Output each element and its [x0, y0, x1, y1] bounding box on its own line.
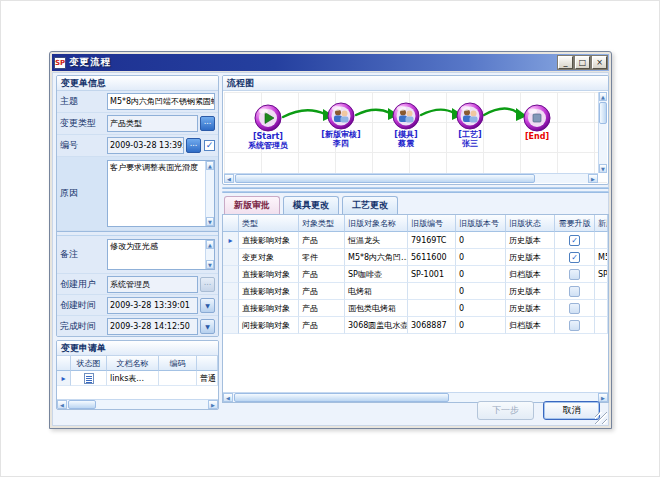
upgrade-checkbox[interactable]: [569, 286, 580, 297]
flow-node-mold[interactable]: [模具] 蔡震: [370, 102, 442, 148]
remark-scrollbar[interactable]: ▲ ▼: [205, 240, 214, 269]
tab-mold-change[interactable]: 模具更改: [283, 196, 339, 214]
scroll-left-icon[interactable]: ◀: [57, 400, 67, 409]
scroll-down-icon[interactable]: ▼: [206, 217, 214, 226]
window-body: 变更单信息 主题 M5*8内六角凹端不锈钢紧固螺钉 变更类型 产品类型 ... …: [52, 72, 609, 426]
obj-type-column-header[interactable]: 对象类型: [299, 215, 345, 232]
remark-textarea[interactable]: 修改为亚光感 ▲ ▼: [107, 239, 215, 270]
tab-new-version-approval[interactable]: 新版审批: [224, 196, 280, 214]
new-name-column-header[interactable]: 新版: [595, 215, 608, 232]
type-cell: 直接影响对象: [239, 300, 299, 317]
reason-scrollbar[interactable]: ▲ ▼: [205, 161, 214, 226]
scroll-right-icon[interactable]: ▶: [598, 393, 608, 402]
old-no-cell: [408, 283, 456, 300]
minimize-icon[interactable]: _: [558, 56, 573, 69]
subject-row: 主题 M5*8内六角凹端不锈钢紧固螺钉: [57, 91, 218, 113]
close-icon[interactable]: ×: [592, 56, 607, 69]
scroll-down-icon[interactable]: ▼: [206, 260, 214, 269]
scroll-down-icon[interactable]: ▼: [599, 164, 607, 173]
table-row[interactable]: 间接影响对象 产品 3068圆盖电水壶 3068887 0 归档版本: [223, 317, 608, 334]
new-name-cell: [595, 232, 608, 249]
remark-label: 备注: [60, 248, 107, 261]
old-no-cell: SP-1001: [408, 266, 456, 283]
flow-v-scrollbar[interactable]: ▲ ▼: [598, 92, 607, 173]
status-column-header[interactable]: 状态图: [71, 356, 107, 371]
scrollbar-thumb[interactable]: [234, 393, 449, 402]
flow-node-end[interactable]: [End]: [501, 104, 573, 141]
change-process-window: SP 变更流程 _ □ × 变更单信息 主题 M5*8内六角凹端不锈钢紧固螺钉 …: [49, 51, 612, 429]
number-checkbox[interactable]: ✓: [204, 140, 215, 151]
scrollbar-thumb[interactable]: [235, 174, 535, 183]
extra-column-header: [197, 356, 218, 371]
old-no-cell: [408, 300, 456, 317]
create-time-row: 创建时间 2009-3-28 13:39:01 ▼: [57, 295, 218, 316]
upgrade-checkbox[interactable]: ✓: [569, 235, 580, 246]
upgrade-column-header[interactable]: 需要升版: [555, 215, 595, 232]
reason-textarea[interactable]: 客户要求调整表面光滑度 ▲ ▼: [107, 160, 215, 227]
table-row[interactable]: 变更对象 零件 M5*8内六角凹... 5611600 0 历史版本 ✓ M5*…: [223, 249, 608, 266]
maximize-icon[interactable]: □: [575, 56, 590, 69]
scroll-up-icon[interactable]: ▲: [599, 92, 607, 101]
table-row[interactable]: ▸ 直接影响对象 产品 恒温龙头 79169TC 0 历史版本 ✓: [223, 232, 608, 249]
change-type-browse-button[interactable]: ...: [200, 116, 215, 131]
scroll-up-icon[interactable]: ▲: [206, 161, 214, 170]
creator-field[interactable]: 系统管理员: [107, 276, 198, 293]
creator-row: 创建用户 系统管理员 ...: [57, 274, 218, 295]
request-h-scrollbar[interactable]: ◀ ▶: [57, 399, 218, 409]
table-row[interactable]: 直接影响对象 产品 SP咖啡壶 SP-1001 0 归档版本 SP咖: [223, 266, 608, 283]
subject-input[interactable]: M5*8内六角凹端不锈钢紧固螺钉: [107, 93, 215, 110]
upgrade-checkbox[interactable]: [569, 303, 580, 314]
status-cell: [71, 371, 107, 386]
scroll-up-icon[interactable]: ▲: [206, 240, 214, 249]
type-cell: 直接影响对象: [239, 232, 299, 249]
cancel-button[interactable]: 取消: [543, 401, 600, 420]
number-browse-button[interactable]: ...: [186, 138, 201, 153]
finish-time-dropdown-icon[interactable]: ▼: [200, 319, 215, 334]
flow-node-start[interactable]: [Start] 系统管理员: [232, 104, 304, 150]
horizontal-splitter[interactable]: [222, 187, 609, 194]
create-time-field[interactable]: 2009-3-28 13:39:01: [107, 297, 198, 314]
scroll-right-icon[interactable]: ▶: [208, 400, 218, 409]
finish-time-field[interactable]: 2009-3-28 14:12:50: [107, 318, 198, 335]
tab-craft-change[interactable]: 工艺更改: [342, 196, 398, 214]
table-row[interactable]: 直接影响对象 产品 电烤箱 0 历史版本: [223, 283, 608, 300]
old-name-cell: 3068圆盖电水壶: [345, 317, 408, 334]
flow-node-review[interactable]: [新版审核] 李四: [305, 102, 377, 148]
resize-grip[interactable]: [595, 412, 607, 424]
node-label-line2: 张三: [434, 139, 506, 148]
old-no-column-header[interactable]: 旧版编号: [408, 215, 456, 232]
old-no-cell: 79169TC: [408, 232, 456, 249]
scrollbar-thumb[interactable]: [599, 102, 607, 124]
flow-node-craft[interactable]: [工艺] 张三: [434, 102, 506, 148]
reason-text: 客户要求调整表面光滑度: [110, 163, 198, 172]
upgrade-checkbox[interactable]: [569, 269, 580, 280]
type-column-header[interactable]: 类型: [239, 215, 299, 232]
title-bar[interactable]: SP 变更流程 _ □ ×: [52, 54, 609, 71]
doc-name-column-header[interactable]: 文档名称: [107, 356, 159, 371]
scroll-left-icon[interactable]: ◀: [223, 393, 233, 402]
old-ver-column-header[interactable]: 旧版版本号: [456, 215, 506, 232]
flow-h-scrollbar[interactable]: ◀ ▶: [224, 173, 598, 183]
row-indicator: [223, 300, 239, 317]
upgrade-checkbox[interactable]: ✓: [569, 252, 580, 263]
old-status-column-header[interactable]: 旧版状态: [506, 215, 555, 232]
obj-type-cell: 产品: [299, 266, 345, 283]
impact-tab-area: 新版审批 模具更改 工艺更改 类型 对象类型 旧版对象名称 旧版编号 旧版版本号…: [222, 196, 609, 403]
node-label-line1: [新版审核]: [305, 130, 377, 139]
change-type-field[interactable]: 产品类型: [107, 115, 198, 132]
request-table-row[interactable]: ▸ links表... 普通: [57, 371, 218, 386]
flow-canvas[interactable]: [Start] 系统管理员 [新版审核] 李四: [224, 92, 607, 183]
number-field[interactable]: 2009-03-28 13:39:01: [107, 137, 184, 154]
obj-type-cell: 产品: [299, 300, 345, 317]
code-column-header[interactable]: 编码: [159, 356, 197, 371]
scroll-left-icon[interactable]: ◀: [224, 174, 234, 183]
new-name-cell: [595, 300, 608, 317]
finish-time-row: 完成时间 2009-3-28 14:12:50 ▼: [57, 316, 218, 337]
table-row[interactable]: 直接影响对象 产品 面包类电烤箱 0 历史版本: [223, 300, 608, 317]
desktop: SP 变更流程 _ □ × 变更单信息 主题 M5*8内六角凹端不锈钢紧固螺钉 …: [0, 0, 660, 477]
upgrade-checkbox[interactable]: [569, 320, 580, 331]
create-time-dropdown-icon[interactable]: ▼: [200, 298, 215, 313]
scrollbar-thumb[interactable]: [68, 400, 96, 409]
old-name-column-header[interactable]: 旧版对象名称: [345, 215, 408, 232]
scroll-right-icon[interactable]: ▶: [588, 174, 598, 183]
